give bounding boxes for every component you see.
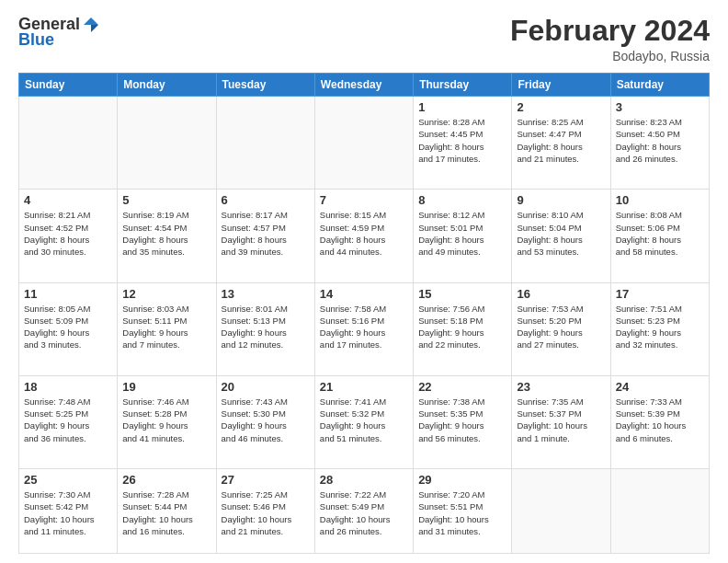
calendar-table: Sunday Monday Tuesday Wednesday Thursday… [18,73,710,554]
calendar-cell: 15Sunrise: 7:56 AMSunset: 5:18 PMDayligh… [414,282,512,375]
day-info: Sunrise: 8:23 AMSunset: 4:50 PMDaylight:… [616,116,704,165]
col-friday: Friday [512,74,610,97]
day-number: 22 [418,380,506,394]
day-number: 25 [24,473,112,487]
day-info: Sunrise: 8:12 AMSunset: 5:01 PMDaylight:… [418,209,506,258]
day-number: 4 [24,193,112,207]
day-number: 13 [222,287,310,301]
day-info: Sunrise: 8:21 AMSunset: 4:52 PMDaylight:… [24,209,112,258]
calendar-cell: 23Sunrise: 7:35 AMSunset: 5:37 PMDayligh… [512,375,610,468]
day-number: 17 [616,287,704,301]
calendar-cell: 24Sunrise: 7:33 AMSunset: 5:39 PMDayligh… [610,375,709,468]
day-info: Sunrise: 8:03 AMSunset: 5:11 PMDaylight:… [122,303,210,351]
day-number: 9 [517,193,605,207]
calendar-week-4: 18Sunrise: 7:48 AMSunset: 5:25 PMDayligh… [19,375,710,468]
day-number: 21 [320,380,408,394]
calendar-week-2: 4Sunrise: 8:21 AMSunset: 4:52 PMDaylight… [19,190,710,282]
calendar-cell: 25Sunrise: 7:30 AMSunset: 5:42 PMDayligh… [19,468,118,553]
calendar-week-1: 1Sunrise: 8:28 AMSunset: 4:45 PMDaylight… [19,97,710,190]
calendar-cell [610,468,709,553]
calendar-cell: 12Sunrise: 8:03 AMSunset: 5:11 PMDayligh… [118,282,216,375]
day-info: Sunrise: 8:01 AMSunset: 5:13 PMDaylight:… [222,303,310,351]
day-number: 26 [122,473,210,487]
calendar-cell: 16Sunrise: 7:53 AMSunset: 5:20 PMDayligh… [512,282,610,375]
calendar-cell: 19Sunrise: 7:46 AMSunset: 5:28 PMDayligh… [118,375,216,468]
col-saturday: Saturday [610,74,709,97]
day-info: Sunrise: 7:43 AMSunset: 5:30 PMDaylight:… [222,396,310,444]
calendar-cell [512,468,610,553]
day-info: Sunrise: 8:05 AMSunset: 5:09 PMDaylight:… [24,303,112,351]
calendar-cell: 28Sunrise: 7:22 AMSunset: 5:49 PMDayligh… [314,468,413,553]
calendar-cell: 1Sunrise: 8:28 AMSunset: 4:45 PMDaylight… [414,97,512,190]
day-number: 19 [122,380,210,394]
calendar-cell: 20Sunrise: 7:43 AMSunset: 5:30 PMDayligh… [216,375,314,468]
calendar-cell: 18Sunrise: 7:48 AMSunset: 5:25 PMDayligh… [19,375,118,468]
day-number: 20 [222,380,310,394]
day-info: Sunrise: 7:46 AMSunset: 5:28 PMDaylight:… [122,396,210,444]
logo: General Blue [18,15,100,50]
day-info: Sunrise: 7:20 AMSunset: 5:51 PMDaylight:… [418,488,506,537]
day-info: Sunrise: 8:17 AMSunset: 4:57 PMDaylight:… [222,209,310,258]
calendar-cell: 14Sunrise: 7:58 AMSunset: 5:16 PMDayligh… [314,282,413,375]
day-number: 23 [517,380,605,394]
calendar-cell: 8Sunrise: 8:12 AMSunset: 5:01 PMDaylight… [414,190,512,282]
col-monday: Monday [118,74,216,97]
calendar-cell: 3Sunrise: 8:23 AMSunset: 4:50 PMDaylight… [610,97,709,190]
calendar-cell: 10Sunrise: 8:08 AMSunset: 5:06 PMDayligh… [610,190,709,282]
day-info: Sunrise: 7:51 AMSunset: 5:23 PMDaylight:… [616,303,704,351]
calendar-header-row: Sunday Monday Tuesday Wednesday Thursday… [19,74,710,97]
day-number: 10 [616,193,704,207]
day-info: Sunrise: 7:22 AMSunset: 5:49 PMDaylight:… [320,488,408,537]
day-info: Sunrise: 7:41 AMSunset: 5:32 PMDaylight:… [320,396,408,444]
calendar-cell: 6Sunrise: 8:17 AMSunset: 4:57 PMDaylight… [216,190,314,282]
day-info: Sunrise: 8:28 AMSunset: 4:45 PMDaylight:… [418,116,506,165]
calendar-cell: 7Sunrise: 8:15 AMSunset: 4:59 PMDaylight… [314,190,413,282]
col-sunday: Sunday [19,74,118,97]
header: General Blue February 2024 Bodaybo, Russ… [18,15,710,63]
calendar-cell [216,97,314,190]
calendar-week-3: 11Sunrise: 8:05 AMSunset: 5:09 PMDayligh… [19,282,710,375]
svg-marker-1 [91,25,98,32]
calendar-cell: 2Sunrise: 8:25 AMSunset: 4:47 PMDaylight… [512,97,610,190]
calendar-cell: 21Sunrise: 7:41 AMSunset: 5:32 PMDayligh… [314,375,413,468]
logo-icon [82,16,100,34]
day-info: Sunrise: 8:10 AMSunset: 5:04 PMDaylight:… [517,209,605,258]
day-number: 7 [320,193,408,207]
day-number: 12 [122,287,210,301]
calendar-cell: 26Sunrise: 7:28 AMSunset: 5:44 PMDayligh… [118,468,216,553]
day-number: 29 [418,473,506,487]
col-wednesday: Wednesday [314,74,413,97]
day-info: Sunrise: 7:35 AMSunset: 5:37 PMDaylight:… [517,396,605,444]
day-info: Sunrise: 7:30 AMSunset: 5:42 PMDaylight:… [24,488,112,537]
day-number: 11 [24,287,112,301]
day-info: Sunrise: 8:15 AMSunset: 4:59 PMDaylight:… [320,209,408,258]
day-number: 27 [222,473,310,487]
calendar-cell: 11Sunrise: 8:05 AMSunset: 5:09 PMDayligh… [19,282,118,375]
day-info: Sunrise: 7:25 AMSunset: 5:46 PMDaylight:… [222,488,310,537]
title-section: February 2024 Bodaybo, Russia [510,15,710,63]
day-info: Sunrise: 7:28 AMSunset: 5:44 PMDaylight:… [122,488,210,537]
logo-blue-text: Blue [18,30,54,50]
calendar-cell [19,97,118,190]
day-number: 1 [418,100,506,114]
calendar-cell: 5Sunrise: 8:19 AMSunset: 4:54 PMDaylight… [118,190,216,282]
day-info: Sunrise: 7:33 AMSunset: 5:39 PMDaylight:… [616,396,704,444]
calendar-cell: 29Sunrise: 7:20 AMSunset: 5:51 PMDayligh… [414,468,512,553]
col-thursday: Thursday [414,74,512,97]
day-number: 18 [24,380,112,394]
day-info: Sunrise: 7:53 AMSunset: 5:20 PMDaylight:… [517,303,605,351]
day-number: 8 [418,193,506,207]
day-info: Sunrise: 7:56 AMSunset: 5:18 PMDaylight:… [418,303,506,351]
calendar-cell: 22Sunrise: 7:38 AMSunset: 5:35 PMDayligh… [414,375,512,468]
calendar-cell: 13Sunrise: 8:01 AMSunset: 5:13 PMDayligh… [216,282,314,375]
calendar-cell [314,97,413,190]
calendar-cell: 27Sunrise: 7:25 AMSunset: 5:46 PMDayligh… [216,468,314,553]
day-info: Sunrise: 7:58 AMSunset: 5:16 PMDaylight:… [320,303,408,351]
day-number: 15 [418,287,506,301]
day-number: 14 [320,287,408,301]
day-number: 16 [517,287,605,301]
calendar-cell: 17Sunrise: 7:51 AMSunset: 5:23 PMDayligh… [610,282,709,375]
location-subtitle: Bodaybo, Russia [510,49,710,63]
day-number: 2 [517,100,605,114]
month-title: February 2024 [510,15,710,47]
